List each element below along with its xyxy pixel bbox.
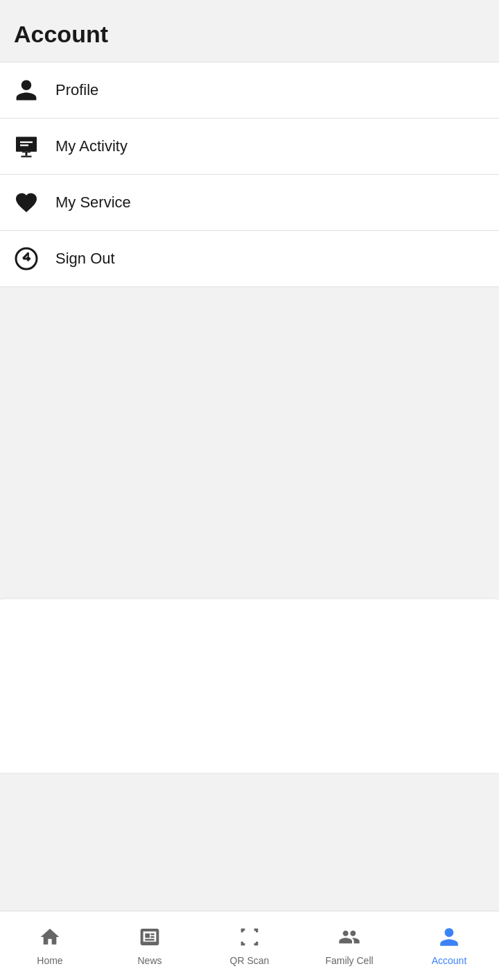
nav-account[interactable]: Account: [399, 911, 499, 980]
nav-news[interactable]: News: [100, 911, 200, 980]
my-activity-menu-item[interactable]: My Activity: [0, 119, 499, 175]
sign-out-menu-item[interactable]: Sign Out: [0, 231, 499, 287]
signout-icon: [14, 246, 55, 271]
profile-label: Profile: [55, 81, 98, 99]
heart-icon: [14, 190, 55, 215]
nav-family-cell-label: Family Cell: [325, 955, 373, 966]
content-area: [0, 287, 499, 773]
svg-rect-5: [21, 156, 32, 157]
nav-news-label: News: [137, 955, 161, 966]
account-nav-icon: [438, 926, 460, 951]
page-header: Account: [0, 0, 499, 62]
my-service-label: My Service: [55, 194, 131, 212]
person-icon: [14, 78, 55, 103]
nav-home[interactable]: Home: [0, 911, 100, 980]
nav-account-label: Account: [432, 955, 467, 966]
my-service-menu-item[interactable]: My Service: [0, 175, 499, 231]
bottom-navigation: Home News QR Scan Family Cell: [0, 911, 499, 980]
home-icon: [39, 926, 61, 951]
svg-rect-3: [22, 152, 30, 153]
family-cell-icon: [338, 926, 360, 951]
profile-menu-item[interactable]: Profile: [0, 62, 499, 119]
account-menu: Profile My Activity: [0, 62, 499, 287]
activity-icon: [14, 134, 55, 159]
my-activity-label: My Activity: [55, 137, 128, 155]
svg-rect-4: [26, 153, 28, 156]
page-title: Account: [14, 21, 485, 48]
white-card: [0, 599, 499, 773]
nav-qr-scan-label: QR Scan: [230, 955, 270, 966]
nav-home-label: Home: [37, 955, 62, 966]
nav-qr-scan[interactable]: QR Scan: [200, 911, 299, 980]
qr-scan-icon: [238, 926, 261, 951]
sign-out-label: Sign Out: [55, 250, 115, 268]
nav-family-cell[interactable]: Family Cell: [299, 911, 399, 980]
news-icon: [139, 926, 161, 951]
